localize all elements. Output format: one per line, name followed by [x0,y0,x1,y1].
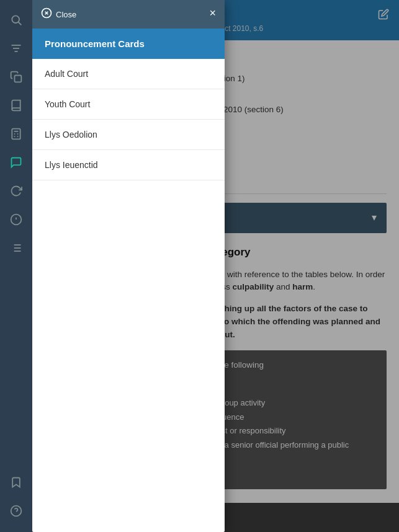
modal-top-bar: Close × [32,0,225,29]
close-label: Close [56,10,76,19]
sidebar-icon-help[interactable] [2,497,30,525]
svg-point-0 [12,16,19,23]
sidebar-icon-search[interactable] [2,6,30,33]
sidebar-icon-calculator[interactable] [2,120,30,148]
sidebar-icon-refresh[interactable] [2,177,30,205]
sidebar [0,0,32,532]
sidebar-icon-bookmark[interactable] [2,469,30,496]
sidebar-icon-book[interactable] [2,92,30,119]
main-content: Bribery Bribery Act 2010, s.1Bribery Act… [32,0,399,532]
modal-overlay: Close × Pronouncement Cards Adult Court … [32,0,399,532]
sidebar-icon-copy[interactable] [2,63,30,91]
modal-menu-item-llys-ieuenctid[interactable]: Llys Ieuenctid [32,150,225,180]
modal-menu-item-adult-court[interactable]: Adult Court [32,59,225,89]
svg-rect-5 [15,76,22,82]
sidebar-icon-chat[interactable] [2,149,30,176]
modal-close-button[interactable]: Close [41,7,76,21]
sidebar-icon-filter[interactable] [2,35,30,62]
modal-menu-item-llys-oedolion[interactable]: Llys Oedolion [32,120,225,150]
svg-rect-6 [12,129,20,140]
modal-dialog: Close × Pronouncement Cards Adult Court … [32,0,225,532]
sidebar-icon-info[interactable] [2,206,30,233]
modal-menu-item-youth-court[interactable]: Youth Court [32,89,225,120]
svg-line-1 [19,22,22,25]
modal-menu: Adult Court Youth Court Llys Oedolion Ll… [32,59,225,532]
modal-active-item[interactable]: Pronouncement Cards [32,29,225,59]
modal-x-button[interactable]: × [209,7,216,19]
sidebar-icon-list[interactable] [2,234,30,262]
close-circle-icon [41,7,52,21]
